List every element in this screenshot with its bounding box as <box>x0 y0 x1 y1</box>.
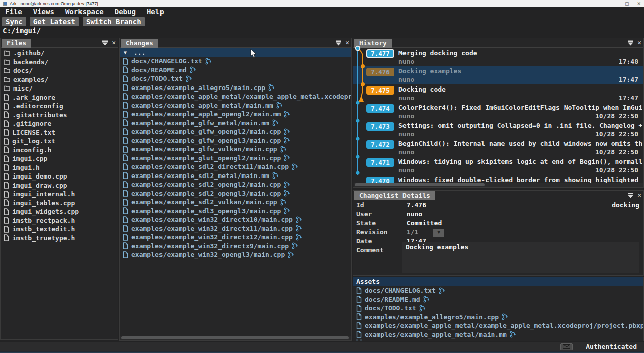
filter-icon[interactable] <box>335 40 342 46</box>
toolbar-button[interactable]: Switch Branch <box>83 17 145 26</box>
changes-filter-icon[interactable] <box>335 40 342 46</box>
file-row[interactable]: imgui_internal.h <box>1 190 118 199</box>
mail-icon[interactable] <box>560 343 573 350</box>
changes-close-icon[interactable]: ✕ <box>345 39 349 46</box>
tab-files[interactable]: Files <box>2 39 31 48</box>
minimize-button[interactable]: – <box>614 1 617 6</box>
menu-item[interactable]: Views <box>33 8 54 16</box>
file-icon <box>4 94 9 101</box>
file-row[interactable]: imgui_widgets.cpp <box>1 207 118 216</box>
details-close-icon[interactable]: ✕ <box>637 192 641 199</box>
asset-file-row[interactable]: examples/example_allegro5/main.cpp <box>353 313 643 322</box>
file-icon <box>123 163 128 170</box>
changes-root-expander[interactable]: ▼ ... <box>120 48 351 57</box>
files-panel: Files ✕ .github/ backends/ <box>0 38 118 340</box>
file-name: imconfig.h <box>12 146 51 154</box>
file-row[interactable]: git_log.txt <box>1 137 118 146</box>
revision-dropdown[interactable]: ▼ <box>433 229 444 237</box>
changed-file-row[interactable]: examples/example_apple_opengl2/main.mm <box>120 110 351 119</box>
files-close-icon[interactable]: ✕ <box>112 39 116 46</box>
history-hscrollbar[interactable] <box>354 183 643 187</box>
filter-icon[interactable] <box>627 193 634 198</box>
menu-item[interactable]: Workspace <box>65 8 104 16</box>
comment-field[interactable]: Docking examples <box>403 242 639 273</box>
folder-row[interactable]: .github/ <box>1 49 118 58</box>
file-icon <box>123 58 128 65</box>
asset-file-row[interactable]: examples/example_apple_metal/example_app… <box>353 321 643 330</box>
tab-changelist-details[interactable]: Changelist Details <box>354 191 435 200</box>
folder-row[interactable]: backends/ <box>1 58 118 67</box>
changed-file-row[interactable]: examples/example_apple_metal/example_app… <box>120 92 351 101</box>
file-row[interactable]: imconfig.h <box>1 146 118 155</box>
changed-file-row[interactable]: examples/example_win32_opengl3/main.cpp <box>120 250 351 259</box>
changed-file-row[interactable]: examples/example_glfw_opengl3/main.cpp <box>120 136 351 145</box>
changed-file-row[interactable]: examples/example_glfw_metal/main.mm <box>120 119 351 128</box>
changes-hscrollbar[interactable] <box>120 336 351 340</box>
close-button[interactable]: ✕ <box>637 1 641 6</box>
file-row[interactable]: .ark_ignore <box>1 93 118 102</box>
changed-file-row[interactable]: docs/TODO.txt <box>120 74 351 83</box>
changed-file-row[interactable]: examples/example_sdl2_vulkan/main.cpp <box>120 198 351 207</box>
file-row[interactable]: imgui_draw.cpp <box>1 181 118 190</box>
filter-icon[interactable] <box>102 40 108 46</box>
menu-item[interactable]: Help <box>147 8 164 16</box>
toolbar-button[interactable]: Get Latest <box>30 17 79 26</box>
changed-file-row[interactable]: examples/example_allegro5/main.cpp <box>120 83 351 93</box>
file-row[interactable]: .gitignore <box>1 119 118 128</box>
maximize-button[interactable]: ▢ <box>625 1 629 6</box>
changed-file-row[interactable]: examples/example_apple_metal/main.mm <box>120 101 351 110</box>
changed-file-row[interactable]: examples/example_sdl2_metal/main.mm <box>120 171 351 181</box>
history-entry[interactable]: 7.476 Docking examples nuno 17:47 <box>353 66 643 84</box>
file-row[interactable]: .editorconfig <box>1 102 118 111</box>
history-entry[interactable]: 7.477 Merging docking code nuno 17:48 <box>353 48 643 66</box>
file-row[interactable]: imgui.h <box>1 163 118 172</box>
changed-file-row[interactable]: examples/example_sdl2_opengl3/main.cpp <box>120 189 351 198</box>
history-filter-icon[interactable] <box>627 40 634 46</box>
changed-file-row[interactable]: docs/CHANGELOG.txt <box>120 57 351 66</box>
asset-file-row[interactable]: docs/TODO.txt <box>353 304 643 313</box>
changed-file-row[interactable]: examples/example_glut_opengl2/main.cpp <box>120 154 351 163</box>
asset-file-row[interactable]: docs/README.md <box>353 295 643 304</box>
file-row[interactable]: .gitattributes <box>1 111 118 120</box>
toolbar-button[interactable]: Sync <box>2 17 26 26</box>
folder-row[interactable]: misc/ <box>1 84 118 93</box>
history-entry[interactable]: 7.471 Windows: tidying up skipitems logi… <box>353 156 643 174</box>
file-row[interactable]: imstb_rectpack.h <box>1 216 118 225</box>
tab-changes[interactable]: Changes <box>121 39 158 48</box>
branch-icon <box>284 181 291 188</box>
changed-file-row[interactable]: examples/example_glfw_opengl2/main.cpp <box>120 127 351 136</box>
filter-icon[interactable] <box>627 40 634 46</box>
menu-item[interactable]: Debug <box>115 8 136 16</box>
details-filter-icon[interactable] <box>627 193 634 198</box>
changed-file-row[interactable]: examples/example_win32_directx9/main.cpp <box>120 242 351 251</box>
branch-icon <box>276 102 283 109</box>
changed-file-row[interactable]: examples/example_sdl3_opengl3/main.cpp <box>120 207 351 216</box>
changed-file-row[interactable]: examples/example_glfw_vulkan/main.cpp <box>120 145 351 154</box>
history-close-icon[interactable]: ✕ <box>637 39 641 46</box>
file-row[interactable]: imgui.cpp <box>1 154 118 163</box>
changed-file-row[interactable]: docs/README.md <box>120 66 351 75</box>
files-filter-icon[interactable] <box>102 40 108 46</box>
file-row[interactable]: imstb_truetype.h <box>1 234 118 243</box>
changed-file-row[interactable]: examples/example_win32_directx10/main.cp… <box>120 215 351 224</box>
changed-file-row[interactable]: examples/example_sdl2_opengl2/main.cpp <box>120 180 351 189</box>
branch-icon <box>190 66 197 73</box>
file-row[interactable]: imgui_tables.cpp <box>1 199 118 208</box>
asset-file-path: examples/example_allegro5/main.cpp <box>365 313 499 321</box>
history-entry[interactable]: 7.473 Settings: omit outputing Collapsed… <box>353 120 643 138</box>
file-row[interactable]: imgui_demo.cpp <box>1 172 118 181</box>
history-entry[interactable]: 7.474 ColorPicker4(): Fixed ImGuiColorEd… <box>353 102 643 120</box>
changed-file-row[interactable]: examples/example_win32_directx12/main.cp… <box>120 233 351 242</box>
asset-file-row[interactable]: examples/example_apple_metal/main.mm <box>353 330 643 339</box>
asset-file-row[interactable]: docs/CHANGELOG.txt <box>353 286 643 295</box>
comment-label: Comment <box>356 246 403 254</box>
folder-row[interactable]: docs/ <box>1 66 118 75</box>
file-row[interactable]: imstb_textedit.h <box>1 225 118 234</box>
file-row[interactable]: LICENSE.txt <box>1 128 118 137</box>
history-entry[interactable]: 7.472 BeginChild(): Internal name used b… <box>353 138 643 156</box>
folder-row[interactable]: examples/ <box>1 75 118 84</box>
history-entry[interactable]: 7.475 Docking code nuno 17:47 <box>353 84 643 102</box>
changed-file-row[interactable]: examples/example_sdl2_directx11/main.cpp <box>120 162 351 171</box>
changed-file-row[interactable]: examples/example_win32_directx11/main.cp… <box>120 224 351 233</box>
menu-item[interactable]: File <box>5 8 22 16</box>
